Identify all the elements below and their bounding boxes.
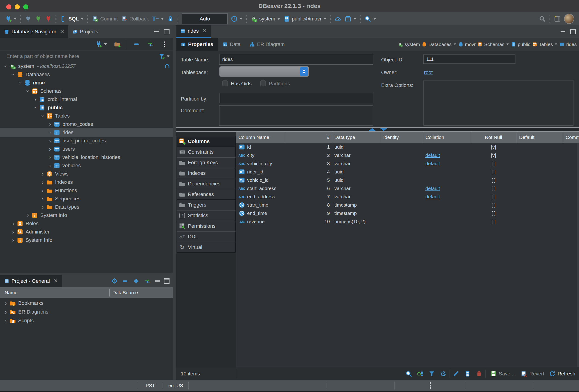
- chevron-right-icon[interactable]: ›: [47, 137, 53, 144]
- lock-button[interactable]: [165, 14, 175, 24]
- cell-notnull[interactable]: [ ]: [470, 209, 517, 217]
- grid-refresh-columns-button[interactable]: [417, 370, 424, 377]
- grid-header-not-null[interactable]: Not Null: [470, 132, 517, 143]
- breadcrumb-tables[interactable]: Tables: [532, 42, 558, 47]
- cell-column-name[interactable]: rider_id: [236, 168, 285, 176]
- project-item-er-diagrams[interactable]: ›ER Diagrams: [0, 308, 173, 316]
- cell-type[interactable]: varchar: [332, 193, 381, 201]
- tree-item-user-promo-codes[interactable]: ›user_promo_codes: [0, 137, 173, 145]
- close-icon[interactable]: ✕: [53, 278, 58, 284]
- add-column-button[interactable]: [464, 370, 471, 377]
- cell-column-name[interactable]: 123revenue: [236, 217, 285, 226]
- tree-item-vehicle-location-histories[interactable]: ›vehicle_location_histories: [0, 153, 173, 162]
- new-connection-toolbar-button[interactable]: [93, 39, 108, 49]
- view-menu-button[interactable]: ⋮: [159, 39, 169, 49]
- cell-column-name[interactable]: start_time: [236, 201, 285, 209]
- cell-column-name[interactable]: vehicle_id: [236, 176, 285, 184]
- horizontal-sash[interactable]: [0, 273, 173, 275]
- revert-button[interactable]: Revert: [520, 370, 544, 377]
- cell-collation[interactable]: [423, 168, 470, 176]
- cell-identity[interactable]: [381, 217, 423, 226]
- close-icon[interactable]: ✕: [203, 28, 207, 34]
- minimize-editor-icon[interactable]: [561, 31, 565, 32]
- chevron-right-icon[interactable]: ›: [10, 237, 17, 244]
- chevron-down-icon[interactable]: [555, 44, 557, 45]
- edit-column-button[interactable]: [452, 370, 459, 377]
- breadcrumb-movr[interactable]: movr: [458, 42, 476, 47]
- cell-identity[interactable]: [381, 151, 423, 160]
- cell-default[interactable]: [517, 143, 563, 151]
- cell-identity[interactable]: [381, 160, 423, 168]
- cell-collation[interactable]: [423, 201, 470, 209]
- vertical-sash[interactable]: [173, 25, 176, 380]
- expand-all-button[interactable]: [133, 278, 140, 284]
- cell-type[interactable]: varchar: [332, 184, 381, 193]
- tab-rides-editor[interactable]: rides ✕: [176, 25, 211, 38]
- maximize-editor-icon[interactable]: [570, 29, 576, 34]
- side-tab-ddl[interactable]: <>TDDL: [177, 231, 236, 242]
- cell-notnull[interactable]: [ ]: [470, 168, 517, 176]
- cell-collation[interactable]: default: [423, 193, 470, 201]
- transaction-history-button[interactable]: [229, 14, 244, 24]
- cell-num[interactable]: 10: [285, 217, 332, 226]
- cell-notnull[interactable]: [ ]: [470, 184, 517, 193]
- transaction-log-button[interactable]: T⋯: [150, 14, 165, 24]
- tree-item-functions[interactable]: ›Functions: [0, 186, 173, 195]
- column-row-end_address[interactable]: ABCend_address7varchardefault[ ]: [236, 193, 579, 201]
- properties-grid-sash[interactable]: [176, 127, 579, 132]
- cell-type[interactable]: uuid: [332, 176, 381, 184]
- close-window-button[interactable]: [6, 4, 11, 9]
- chevron-down-icon[interactable]: ›: [17, 79, 24, 86]
- cell-identity[interactable]: [381, 176, 423, 184]
- comment-textarea[interactable]: [219, 105, 373, 126]
- chevron-down-icon[interactable]: ›: [32, 104, 39, 111]
- delete-column-button[interactable]: [476, 370, 483, 377]
- active-schema-select[interactable]: public@movr: [282, 14, 328, 24]
- grid-settings-button[interactable]: ⚙: [440, 370, 447, 377]
- breadcrumb-rides[interactable]: rides: [559, 42, 577, 47]
- filter-input[interactable]: Enter a part of object name here: [0, 53, 158, 59]
- active-connection-select[interactable]: system: [249, 14, 282, 24]
- side-tab-permissions[interactable]: Permissions: [177, 221, 236, 231]
- has-oids-checkbox[interactable]: [222, 81, 228, 86]
- grid-scrollbar[interactable]: [577, 143, 579, 368]
- new-connection-button[interactable]: [3, 14, 18, 24]
- rollback-button[interactable]: Rollback: [119, 14, 150, 24]
- cell-type[interactable]: numeric(10, 2): [332, 217, 381, 226]
- tablespace-select[interactable]: [219, 66, 309, 77]
- grid-header-collation[interactable]: Collation: [423, 132, 470, 143]
- cell-notnull[interactable]: [ ]: [470, 201, 517, 209]
- cell-default[interactable]: [517, 151, 563, 160]
- cell-default[interactable]: [517, 168, 563, 176]
- grid-filter-button[interactable]: [428, 370, 435, 377]
- chevron-down-icon[interactable]: ›: [24, 88, 31, 95]
- cell-type[interactable]: timestamp: [332, 209, 381, 217]
- tree-item-vehicles[interactable]: ›vehicles: [0, 162, 173, 170]
- filter-funnel-check-icon[interactable]: [158, 53, 165, 60]
- cell-num[interactable]: 3: [285, 160, 332, 168]
- side-tab-triggers[interactable]: Triggers: [177, 200, 236, 210]
- collation-default-link[interactable]: default: [425, 194, 440, 199]
- chevron-right-icon[interactable]: ›: [39, 204, 46, 211]
- cell-default[interactable]: [517, 160, 563, 168]
- breadcrumb-schemas[interactable]: Schemas: [477, 42, 509, 47]
- tree-item-indexes[interactable]: ›Indexes: [0, 178, 173, 186]
- user-avatar[interactable]: [562, 14, 576, 24]
- tab-data[interactable]: Data: [218, 38, 245, 51]
- tree-item-roles[interactable]: ›Roles: [0, 220, 173, 228]
- tree-item-movr[interactable]: ›movr: [0, 79, 173, 87]
- cell-notnull[interactable]: [ ]: [470, 217, 517, 226]
- commit-button[interactable]: Commit: [90, 14, 119, 24]
- tab-database-navigator[interactable]: Database Navigator ✕: [0, 25, 69, 38]
- tab-properties[interactable]: Properties: [176, 38, 218, 51]
- chevron-right-icon[interactable]: ›: [47, 129, 53, 136]
- chevron-right-icon[interactable]: ›: [10, 228, 17, 235]
- cell-default[interactable]: [517, 193, 563, 201]
- tree-item-databases[interactable]: ›Databases: [0, 70, 173, 79]
- tree-item-administer[interactable]: ›Administer: [0, 228, 173, 236]
- minimize-window-button[interactable]: [15, 4, 20, 9]
- partition-by-input[interactable]: [219, 93, 373, 103]
- tree-item-crdb-internal[interactable]: ›crdb_internal: [0, 95, 173, 104]
- breadcrumb-system[interactable]: system: [398, 42, 420, 47]
- column-row-vehicle_id[interactable]: vehicle_id5uuid[ ]: [236, 176, 579, 184]
